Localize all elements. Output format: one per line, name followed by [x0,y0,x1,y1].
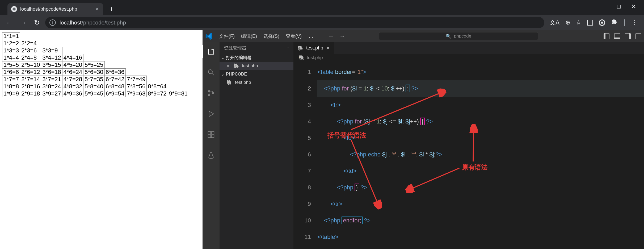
browser-toolbar: ← → ↻ i localhost/phpcode/test.php 文A ⊕ … [0,15,644,30]
table-cell: 9*9=81 [168,90,189,97]
line-number: 5 [293,130,311,146]
forward-button[interactable]: → [18,17,29,28]
menu-item[interactable]: 查看(V) [283,32,304,40]
line-number: 4 [293,113,311,130]
window-minimize-button[interactable]: — [601,3,607,10]
close-icon[interactable]: ✕ [226,64,231,69]
browser-tab[interactable]: localhost/phpcode/test.php ✕ [7,3,103,15]
editor-tabs: 🐘 test.php ✕ [293,42,644,54]
table-cell: 3*8=24 [41,83,62,90]
command-center-text: phpcode [454,34,471,39]
table-cell: 3*4=12 [41,54,62,61]
table-cell: 1*9=9 [2,90,20,97]
line-number: 7 [293,163,311,179]
line-number: 3 [293,97,311,113]
menu-item[interactable]: 文件(F) [216,32,237,40]
editor-tab[interactable]: 🐘 test.php ✕ [293,42,334,54]
endfor-highlight: endfor; [342,217,362,224]
activity-testing-icon[interactable] [203,149,220,162]
php-file-icon: 🐘 [299,55,305,61]
svg-rect-6 [211,132,214,134]
explorer-sidebar: 资源管理器 ··· ⌄ 打开的编辑器 ✕ 🐘 test.php [220,42,293,249]
table-cell: 1*1=1 [2,33,20,40]
activity-explorer-icon[interactable] [203,45,220,58]
browser-tabstrip: localhost/phpcode/test.php ✕ + [0,0,644,15]
editor-nav-forward-icon[interactable]: → [339,33,345,40]
activity-run-debug-icon[interactable] [203,107,220,120]
table-cell: 6*9=54 [104,90,125,97]
vscode-window: 文件(F)编辑(E)选择(S)查看(V) … ← → 🔍 phpcode [203,30,644,249]
line-number: 8 [293,179,311,196]
editor-nav-back-icon[interactable]: ← [328,33,334,40]
translate-icon[interactable]: 文A [550,19,559,27]
breadcrumb[interactable]: 🐘 test.php [293,54,644,62]
open-editors-header[interactable]: ⌄ 打开的编辑器 [220,54,293,62]
table-cell: 2*5=10 [20,61,41,69]
editor-tab-label: test.php [306,45,323,51]
address-bar[interactable]: i localhost/phpcode/test.php [45,17,544,28]
code-editor[interactable]: 1234567891011 <table border="1"> <?php f… [293,62,644,249]
menu-more-button[interactable]: … [306,32,316,40]
activity-extensions-icon[interactable] [203,128,220,141]
sidebar-more-button[interactable]: ··· [285,45,289,51]
menu-item[interactable]: 编辑(E) [238,32,260,40]
table-cell: 2*9=18 [20,90,41,97]
zoom-icon[interactable]: ⊕ [565,19,570,26]
layout-left-icon[interactable] [604,33,609,39]
vscode-menu: 文件(F)编辑(E)选择(S)查看(V) [216,32,304,40]
table-cell: 4*4=16 [62,54,83,61]
open-editor-item[interactable]: ✕ 🐘 test.php [220,62,293,70]
table-cell: 8*9=72 [147,90,168,97]
table-cell: 5*5=25 [83,61,104,69]
svg-rect-5 [208,132,211,134]
new-tab-button[interactable]: + [107,4,116,13]
bookmark-star-icon[interactable]: ☆ [576,19,581,26]
php-file-icon: 🐘 [298,45,304,51]
svg-point-3 [208,94,210,96]
site-info-icon[interactable]: i [49,19,56,26]
window-maximize-button[interactable]: □ [617,3,621,10]
close-icon[interactable]: ✕ [326,45,330,51]
chevron-down-icon: ⌄ [221,56,224,60]
activity-search-icon[interactable] [203,66,220,79]
svg-point-1 [208,70,212,74]
search-icon: 🔍 [446,34,451,39]
table-cell: 1*8=8 [2,83,20,90]
table-cell: 5*9=45 [83,90,104,97]
extension-circle-icon[interactable] [599,19,605,26]
command-center[interactable]: 🔍 phpcode [379,32,538,40]
back-button[interactable]: ← [4,17,15,28]
tab-close-button[interactable]: ✕ [95,7,99,11]
close-brace-highlight: } [355,184,359,191]
table-cell: 4*8=32 [62,83,83,90]
open-brace-highlight: { [420,118,424,125]
chrome-kebab-icon[interactable]: ⋮ [632,19,638,26]
extensions-puzzle-icon[interactable] [611,19,617,27]
activity-source-control-icon[interactable] [203,87,220,99]
window-close-button[interactable]: ✕ [631,3,636,10]
menu-item[interactable]: 选择(S) [261,32,282,40]
table-cell: 2*7=14 [20,76,41,83]
layout-bottom-icon[interactable] [614,33,620,39]
layout-right-icon[interactable] [625,33,631,39]
extension-square-icon[interactable] [587,20,593,26]
table-cell: 3*5=15 [41,61,62,69]
globe-icon [11,6,17,12]
table-cell: 5*7=35 [83,76,104,83]
table-cell: 4*7=28 [62,76,83,83]
line-number: 1 [293,64,311,80]
php-file-icon: 🐘 [233,63,239,69]
table-cell: 7*9=63 [125,90,146,97]
table-cell: 1*6=6 [2,69,20,76]
tab-title: localhost/phpcode/test.php [20,6,91,12]
layout-customize-icon[interactable] [635,33,641,39]
browser-menu-button[interactable] [624,19,625,26]
reload-button[interactable]: ↻ [31,17,43,28]
table-cell: 4*6=24 [62,69,83,76]
folder-header[interactable]: ⌄ PHPCODE [220,70,293,78]
code-content[interactable]: <table border="1"> <?php for ($i = 1; $i… [317,62,644,249]
file-tree-item[interactable]: 🐘 test.php [220,78,293,87]
open-editor-filename: test.php [242,63,258,69]
table-cell: 7*7=49 [125,76,146,83]
file-tree-filename: test.php [235,80,251,85]
